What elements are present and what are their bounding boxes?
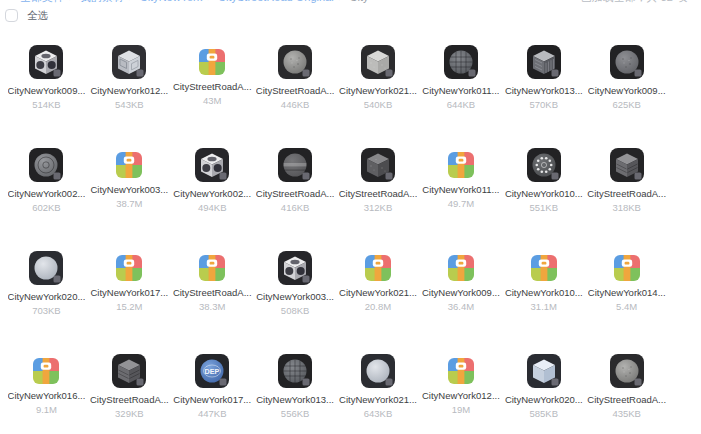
file-size: 38.7M [116, 198, 142, 209]
file-item[interactable]: DEPCityNewYork017...447KB [171, 335, 254, 434]
file-name: CityNewYork021... [339, 394, 417, 405]
file-item[interactable]: CityStreetRoadA...329KB [88, 335, 171, 434]
breadcrumb-item[interactable]: CityStreetRoad Original [218, 0, 334, 3]
sphere-rough-icon [610, 354, 644, 388]
file-item[interactable]: CityNewYork011...49.7M [419, 129, 502, 232]
sphere-smooth-icon [29, 251, 63, 285]
file-size: 5.4M [616, 301, 637, 312]
file-name: CityNewYork020... [505, 394, 583, 405]
file-item[interactable]: CityNewYork012...19M [419, 335, 502, 434]
cube-circles-icon [195, 148, 229, 182]
file-name: CityNewYork003... [256, 291, 334, 302]
file-name: CityNewYork003... [90, 184, 168, 195]
file-name: CityNewYork017... [173, 394, 251, 405]
file-name: CityNewYork012... [422, 390, 500, 401]
file-item[interactable]: CityStreetRoadA...43M [171, 26, 254, 129]
file-size: 15.2M [116, 301, 142, 312]
breadcrumb-item[interactable]: 我的素材 [80, 0, 124, 3]
file-name: CityStreetRoadA... [587, 394, 666, 405]
file-name: CityNewYork017... [90, 287, 168, 298]
file-size: 416KB [281, 202, 310, 213]
archive-file-icon [33, 358, 59, 384]
file-item[interactable]: CityNewYork011...644KB [419, 26, 502, 129]
file-item[interactable]: CityNewYork021...643KB [337, 335, 420, 434]
file-size: 19M [452, 404, 470, 415]
file-size: 540KB [364, 99, 393, 110]
file-name: CityNewYork011... [422, 184, 499, 195]
breadcrumb-item[interactable]: 全部文件 [20, 0, 64, 3]
file-item[interactable]: CityStreetRoadA...312KB [337, 129, 420, 232]
file-size: 20.8M [365, 301, 391, 312]
file-item[interactable]: CityNewYork010...551KB [502, 129, 585, 232]
file-item[interactable]: CityNewYork020...703KB [5, 232, 88, 335]
file-name: CityNewYork014... [588, 287, 666, 298]
sphere-dep-icon: DEP [195, 354, 229, 388]
cube-stone-icon [610, 148, 644, 182]
file-size: 318KB [612, 202, 641, 213]
file-size: 446KB [281, 99, 310, 110]
cube-concrete-icon [361, 45, 395, 79]
file-name: CityNewYork009... [422, 287, 500, 298]
file-item[interactable]: CityNewYork021...20.8M [337, 232, 420, 335]
file-name: CityNewYork016... [8, 390, 86, 401]
breadcrumb-separator: > [129, 0, 135, 3]
file-item[interactable]: CityNewYork009...625KB [585, 26, 668, 129]
file-name: CityNewYork021... [339, 287, 417, 298]
file-size: 38.3M [199, 301, 225, 312]
file-size: 551KB [530, 202, 559, 213]
cube-circles-icon [278, 251, 312, 285]
file-item[interactable]: CityNewYork009...36.4M [419, 232, 502, 335]
breadcrumb-separator: > [207, 0, 213, 3]
sphere-textured-icon [610, 45, 644, 79]
sphere-smooth-icon [361, 354, 395, 388]
file-item[interactable]: CityNewYork002...494KB [171, 129, 254, 232]
file-item[interactable]: CityStreetRoadA...446KB [254, 26, 337, 129]
cube-facade-icon [527, 45, 561, 79]
file-item[interactable]: CityStreetRoadA...416KB [254, 129, 337, 232]
file-size: 543KB [115, 99, 144, 110]
file-size: 494KB [198, 202, 227, 213]
select-all-checkbox[interactable] [5, 9, 18, 22]
cube-blue-icon [527, 354, 561, 388]
file-name: CityStreetRoadA... [173, 287, 252, 298]
file-size: 556KB [281, 408, 310, 419]
file-size: 329KB [115, 408, 144, 419]
file-item[interactable]: CityNewYork021...540KB [337, 26, 420, 129]
file-item[interactable]: CityNewYork014...5.4M [585, 232, 668, 335]
file-name: CityStreetRoadA... [256, 85, 335, 96]
file-item[interactable]: CityNewYork020...585KB [502, 335, 585, 434]
file-name: CityNewYork002... [8, 188, 86, 199]
file-name: CityNewYork021... [339, 85, 417, 96]
file-item[interactable]: CityStreetRoadA...38.3M [171, 232, 254, 335]
archive-file-icon [199, 255, 225, 281]
file-item[interactable]: CityNewYork013...556KB [254, 335, 337, 434]
cube-asphalt-icon [361, 148, 395, 182]
breadcrumb-item: City [350, 0, 369, 3]
file-item[interactable]: CityNewYork017...15.2M [88, 232, 171, 335]
file-name: CityNewYork020... [8, 291, 86, 302]
cube-stone-icon [112, 354, 146, 388]
breadcrumb: 全部文件>我的素材>CityNewYork>CityStreetRoad Ori… [18, 0, 368, 5]
file-size: 312KB [364, 202, 393, 213]
file-name: CityNewYork013... [505, 85, 583, 96]
file-item[interactable]: CityStreetRoadA...318KB [585, 129, 668, 232]
file-item[interactable]: CityNewYork016...9.1M [5, 335, 88, 434]
file-item[interactable]: CityNewYork003...508KB [254, 232, 337, 335]
file-size: 703KB [32, 305, 61, 316]
file-item[interactable]: CityNewYork002...602KB [5, 129, 88, 232]
breadcrumb-item[interactable]: CityNewYork [140, 0, 203, 3]
file-item[interactable]: CityNewYork003...38.7M [88, 129, 171, 232]
file-size: 9.1M [36, 404, 57, 415]
file-size: 514KB [32, 99, 61, 110]
file-item[interactable]: CityNewYork013...570KB [502, 26, 585, 129]
file-name: CityNewYork010... [505, 287, 583, 298]
sphere-dots-icon [527, 148, 561, 182]
archive-file-icon [448, 358, 474, 384]
file-item[interactable]: CityNewYork009...514KB [5, 26, 88, 129]
sphere-road-icon [278, 148, 312, 182]
file-item[interactable]: CityNewYork010...31.1M [502, 232, 585, 335]
file-item[interactable]: CityNewYork012...543KB [88, 26, 171, 129]
sphere-grid-icon [278, 354, 312, 388]
sphere-grid-icon [444, 45, 478, 79]
file-item[interactable]: CityStreetRoadA...435KB [585, 335, 668, 434]
